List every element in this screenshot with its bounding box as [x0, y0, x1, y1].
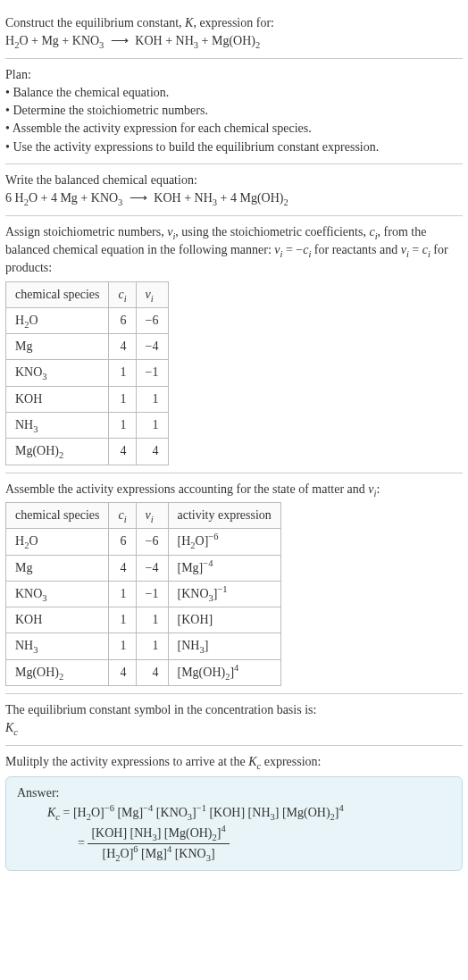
cell-nui: 1	[136, 386, 168, 412]
cell-ci: 6	[109, 307, 136, 333]
cell-activity: [H2O]−6	[168, 529, 280, 555]
assign-text: Assign stoichiometric numbers, νi, using…	[5, 223, 463, 278]
cell-activity: [NH3]	[168, 633, 280, 659]
cell-ci: 4	[109, 334, 136, 360]
kc-text: The equilibrium constant symbol in the c…	[5, 701, 463, 719]
col-ci: ci	[109, 502, 136, 528]
table-header-row: chemical species ci νi	[6, 281, 169, 307]
cell-species: KOH	[6, 607, 109, 633]
table-row: H2O6−6	[6, 307, 169, 333]
cell-ci: 1	[109, 607, 136, 633]
table-row: Mg(OH)244	[6, 439, 169, 465]
cell-ci: 1	[109, 581, 136, 607]
fraction-denominator: [H2O]6 [Mg]4 [KNO3]	[88, 844, 229, 863]
kc-symbol: Kc	[5, 719, 463, 737]
stoich-table: chemical species ci νi H2O6−6Mg4−4KNO31−…	[5, 281, 169, 465]
cell-activity: [KNO3]−1	[168, 581, 280, 607]
plan-bullet: • Assemble the activity expression for e…	[5, 120, 463, 138]
prompt-section: Construct the equilibrium constant, K, e…	[5, 7, 463, 59]
assign-section: Assign stoichiometric numbers, νi, using…	[5, 216, 463, 473]
cell-species: Mg(OH)2	[6, 439, 109, 465]
reactant-h2o: H2O	[5, 34, 29, 47]
plan-title: Plan:	[5, 66, 463, 84]
cell-species: Mg	[6, 555, 109, 581]
cell-nui: −4	[136, 334, 168, 360]
cell-activity: [KOH]	[168, 607, 280, 633]
cell-ci: 4	[109, 659, 136, 685]
answer-title: Answer:	[17, 784, 451, 802]
arrow-icon: ⟶	[107, 34, 132, 47]
cell-species: KNO3	[6, 581, 109, 607]
table-header-row: chemical species ci νi activity expressi…	[6, 502, 281, 528]
cell-nui: −6	[136, 307, 168, 333]
plan-bullet: • Balance the chemical equation.	[5, 84, 463, 102]
multiply-text: Mulitply the activity expressions to arr…	[5, 753, 463, 771]
k-symbol: K	[185, 16, 193, 29]
table-row: NH311[NH3]	[6, 633, 281, 659]
cell-ci: 1	[109, 386, 136, 412]
cell-species: H2O	[6, 529, 109, 555]
plan-bullet: • Use the activity expressions to build …	[5, 138, 463, 156]
cell-ci: 1	[109, 360, 136, 386]
cell-ci: 4	[109, 555, 136, 581]
cell-nui: 1	[136, 607, 168, 633]
balanced-section: Write the balanced chemical equation: 6 …	[5, 164, 463, 216]
balanced-title: Write the balanced chemical equation:	[5, 172, 463, 189]
table-row: Mg(OH)244[Mg(OH)2]4	[6, 659, 281, 685]
plan-bullet: • Determine the stoichiometric numbers.	[5, 102, 463, 120]
cell-ci: 6	[109, 529, 136, 555]
reactant-mg: Mg	[41, 34, 58, 47]
answer-fraction-line: = [KOH] [NH3] [Mg(OH)2]4 [H2O]6 [Mg]4 [K…	[47, 825, 451, 864]
arrow-icon: ⟶	[126, 191, 151, 205]
cell-species: Mg(OH)2	[6, 659, 109, 685]
product-nh3: NH3	[176, 34, 198, 47]
prompt-line: Construct the equilibrium constant, K, e…	[5, 14, 463, 32]
cell-activity: [Mg(OH)2]4	[168, 659, 280, 685]
cell-species: H2O	[6, 307, 109, 333]
prompt-suffix: , expression for:	[193, 16, 274, 29]
prompt-prefix: Construct the equilibrium constant,	[5, 16, 185, 29]
fraction: [KOH] [NH3] [Mg(OH)2]4 [H2O]6 [Mg]4 [KNO…	[88, 825, 229, 864]
unbalanced-equation: H2O + Mg + KNO3 ⟶ KOH + NH3 + Mg(OH)2	[5, 32, 463, 50]
cell-ci: 1	[109, 633, 136, 659]
col-ci: ci	[109, 281, 136, 307]
table-row: KOH11	[6, 386, 169, 412]
col-species: chemical species	[6, 281, 109, 307]
table-row: KOH11[KOH]	[6, 607, 281, 633]
product-mgoh2: Mg(OH)2	[212, 34, 260, 47]
table-row: KNO31−1	[6, 360, 169, 386]
assemble-text: Assemble the activity expressions accoun…	[5, 481, 463, 498]
cell-species: KOH	[6, 386, 109, 412]
cell-nui: −6	[136, 529, 168, 555]
table-row: NH311	[6, 413, 169, 439]
col-activity: activity expression	[168, 502, 280, 528]
cell-species: Mg	[6, 334, 109, 360]
cell-nui: −4	[136, 555, 168, 581]
col-nui: νi	[136, 281, 168, 307]
cell-species: KNO3	[6, 360, 109, 386]
cell-nui: 1	[136, 413, 168, 439]
table-row: Mg4−4	[6, 334, 169, 360]
table-row: KNO31−1[KNO3]−1	[6, 581, 281, 607]
answer-box: Answer: Kc = [H2O]−6 [Mg]−4 [KNO3]−1 [KO…	[5, 776, 463, 871]
kc-symbol-section: The equilibrium constant symbol in the c…	[5, 694, 463, 746]
cell-nui: 4	[136, 659, 168, 685]
cell-nui: 1	[136, 633, 168, 659]
cell-nui: −1	[136, 581, 168, 607]
col-nui: νi	[136, 502, 168, 528]
cell-species: NH3	[6, 633, 109, 659]
product-koh: KOH	[135, 34, 162, 47]
cell-species: NH3	[6, 413, 109, 439]
answer-expression: Kc = [H2O]−6 [Mg]−4 [KNO3]−1 [KOH] [NH3]…	[17, 804, 451, 863]
cell-ci: 4	[109, 439, 136, 465]
plan-section: Plan: • Balance the chemical equation. •…	[5, 59, 463, 164]
cell-nui: −1	[136, 360, 168, 386]
cell-ci: 1	[109, 413, 136, 439]
table-row: H2O6−6[H2O]−6	[6, 529, 281, 555]
multiply-section: Mulitply the activity expressions to arr…	[5, 746, 463, 878]
assemble-section: Assemble the activity expressions accoun…	[5, 473, 463, 694]
answer-product-line: [H2O]−6 [Mg]−4 [KNO3]−1 [KOH] [NH3] [Mg(…	[73, 806, 344, 819]
cell-nui: 4	[136, 439, 168, 465]
activity-table: chemical species ci νi activity expressi…	[5, 502, 281, 686]
cell-activity: [Mg]−4	[168, 555, 280, 581]
